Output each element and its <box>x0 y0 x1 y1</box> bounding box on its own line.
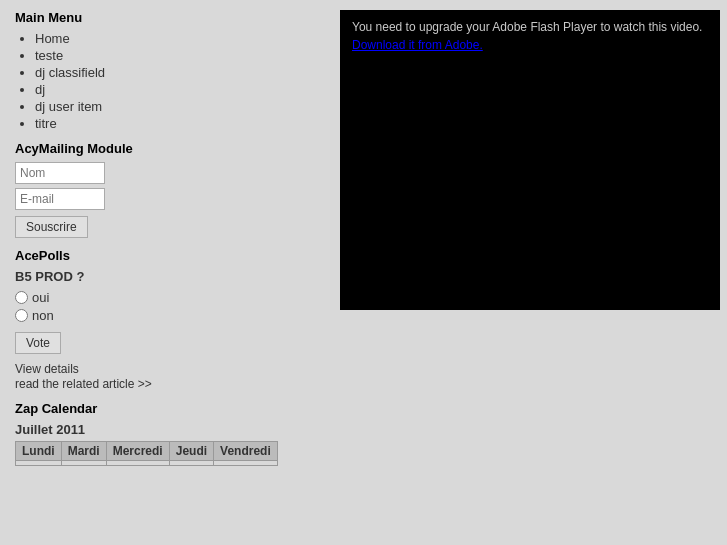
acepolls-title: AcePolls <box>15 248 315 263</box>
nom-input[interactable] <box>15 162 105 184</box>
video-box: You need to upgrade your Adobe Flash Pla… <box>340 10 720 310</box>
calendar-cell <box>106 461 169 466</box>
subscribe-button[interactable]: Souscrire <box>15 216 88 238</box>
calendar-header: Lundi <box>16 442 62 461</box>
calendar-header: Jeudi <box>169 442 213 461</box>
calendar-header: Mercredi <box>106 442 169 461</box>
calendar-table: LundiMardiMercrediJeudiVendredi <box>15 441 278 466</box>
zap-calendar-title: Zap Calendar <box>15 401 315 416</box>
menu-item[interactable]: Home <box>35 31 315 46</box>
acymailing-module: Souscrire <box>15 162 315 238</box>
view-details-link[interactable]: View details <box>15 362 315 376</box>
menu-item[interactable]: dj classifield <box>35 65 315 80</box>
calendar-cell <box>61 461 106 466</box>
main-menu-title: Main Menu <box>15 10 315 25</box>
read-article-link[interactable]: read the related article >> <box>15 377 152 391</box>
menu-item[interactable]: dj <box>35 82 315 97</box>
radio-oui-label: oui <box>32 290 49 305</box>
vote-button[interactable]: Vote <box>15 332 61 354</box>
calendar-header: Mardi <box>61 442 106 461</box>
calendar-month: Juillet 2011 <box>15 422 315 437</box>
acymailing-title: AcyMailing Module <box>15 141 315 156</box>
menu-item[interactable]: teste <box>35 48 315 63</box>
menu-item[interactable]: dj user item <box>35 99 315 114</box>
main-menu-list: Hometestedj classifielddjdj user itemtit… <box>15 31 315 131</box>
video-message: You need to upgrade your Adobe Flash Pla… <box>352 20 708 34</box>
radio-non-label: non <box>32 308 54 323</box>
poll-option-oui[interactable]: oui <box>15 290 315 305</box>
poll-question: B5 PROD ? <box>15 269 315 284</box>
calendar-cell <box>169 461 213 466</box>
radio-oui[interactable] <box>15 291 28 304</box>
calendar-cell <box>16 461 62 466</box>
email-input[interactable] <box>15 188 105 210</box>
acepolls-section: B5 PROD ? oui non Vote View details read… <box>15 269 315 391</box>
calendar-header: Vendredi <box>214 442 278 461</box>
radio-non[interactable] <box>15 309 28 322</box>
sidebar: Main Menu Hometestedj classifielddjdj us… <box>0 0 330 545</box>
main-content: You need to upgrade your Adobe Flash Pla… <box>330 0 727 545</box>
calendar-cell <box>214 461 278 466</box>
poll-option-non[interactable]: non <box>15 308 315 323</box>
zap-calendar: Zap Calendar Juillet 2011 LundiMardiMerc… <box>15 401 315 466</box>
menu-item[interactable]: titre <box>35 116 315 131</box>
video-download-link[interactable]: Download it from Adobe. <box>352 38 708 52</box>
